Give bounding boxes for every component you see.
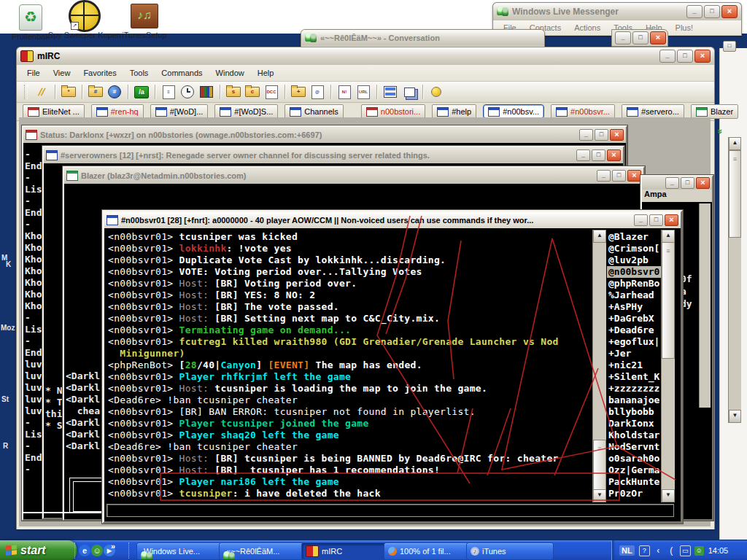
maximize-button[interactable]: □ <box>612 170 626 182</box>
conversation-titlebar[interactable]: «~~Rê0lÊäM~~» - Conversation <box>301 30 544 46</box>
mirc-titlebar[interactable]: mIRC _□× <box>17 47 714 65</box>
channel-titlebar[interactable]: #n00bsvr01 [28] [+fnrt]: a0000000 - 40 p… <box>104 212 681 228</box>
serverowners-titlebar[interactable]: #serverowners [12] [+nrst]: Renegade ser… <box>44 147 623 163</box>
maximize-button[interactable]: □ <box>632 31 649 44</box>
nicklist-item[interactable]: %Jarhead <box>607 289 661 301</box>
url-list-icon[interactable]: URL <box>355 84 371 100</box>
taskbar[interactable]: start e☺► » Windows Live...«~~Rê0lÊäM...… <box>0 540 747 560</box>
switchbar-button-renhq[interactable]: #ren-hq <box>91 104 144 119</box>
switchbar-button-channels[interactable]: Channels <box>285 104 343 119</box>
close-button[interactable]: × <box>607 149 621 161</box>
scroll-down-icon[interactable]: ▼ <box>729 410 741 423</box>
switchbar-button-n00bsv[interactable]: #n00bsv... <box>483 104 544 119</box>
minimize-button[interactable]: _ <box>597 170 611 182</box>
network-icon[interactable]: ▭ <box>680 545 691 556</box>
minimize-button[interactable]: _ <box>579 129 593 141</box>
background-window-titlebar-fragment[interactable]: _□× <box>611 29 668 47</box>
script-editor-icon[interactable]: /a <box>133 84 150 100</box>
task-button-itunes[interactable]: ♪iTunes <box>466 542 554 560</box>
close-button[interactable]: × <box>610 129 624 141</box>
language-indicator[interactable]: NL <box>619 545 635 556</box>
channel-list-icon[interactable]: # <box>107 84 123 100</box>
nicklist-item[interactable]: bllybobb <box>607 406 661 418</box>
task-button-windowslive[interactable]: Windows Live... <box>136 542 224 560</box>
menu-item-plus[interactable]: Plus! <box>670 23 699 33</box>
ampa-titlebar[interactable]: _□× <box>642 176 712 190</box>
menu-item-commands[interactable]: Commands <box>155 68 208 78</box>
scrollbar-thumb[interactable] <box>662 242 675 359</box>
nicklist-item[interactable]: @luv2pb <box>607 254 661 266</box>
scroll-up-icon[interactable]: ▲ <box>593 230 606 243</box>
switchbar-button-servero[interactable]: #servero... <box>622 104 684 119</box>
switchbar-button-wod[interactable]: #[WoD]... <box>150 104 209 119</box>
task-button-100of1fil[interactable]: 100% of 1 fil... <box>384 542 471 560</box>
timer-icon[interactable] <box>179 84 196 100</box>
options-icon[interactable]: * <box>61 84 77 100</box>
scroll-up-icon[interactable]: ▲ <box>662 230 675 243</box>
ie-icon[interactable]: e <box>79 545 90 556</box>
maximize-fragment-icon[interactable]: □ <box>723 41 736 52</box>
scroll-down-icon[interactable]: ▼ <box>593 489 606 502</box>
nicklist-item[interactable]: +zzzzzzzz <box>607 383 661 394</box>
maximize-button[interactable]: □ <box>681 177 694 189</box>
notify-icon[interactable]: N! <box>336 84 352 100</box>
toolbar-grip[interactable] <box>24 85 28 99</box>
menu-item-actions[interactable]: Actions <box>568 23 606 33</box>
maximize-button[interactable]: □ <box>677 50 693 63</box>
switchbar-button-n00bsvr[interactable]: #n00bsvr... <box>551 104 615 119</box>
status-titlebar[interactable]: Status: Darklonx [+wxzr] on n00bstories … <box>23 127 626 143</box>
nicklist-item[interactable]: +nic21 <box>607 359 661 371</box>
switchbar-button-blazer[interactable]: Blazer <box>691 104 738 119</box>
menu-item-help[interactable]: Help <box>252 68 280 78</box>
scrollbar-thumb[interactable] <box>593 440 606 491</box>
send-folder-icon[interactable]: s <box>225 84 241 100</box>
messenger-quick-icon[interactable]: ☺ <box>91 545 103 556</box>
channel-window[interactable]: #n00bsvr01 [28] [+fnrt]: a0000000 - 40 p… <box>102 210 683 524</box>
chat-input[interactable] <box>107 504 674 517</box>
tray-icons[interactable]: ?‹(▭☺ <box>639 545 704 556</box>
system-tray[interactable]: NL ?‹(▭☺ 14:05 <box>611 540 747 560</box>
nicklist-scrollbar[interactable]: ▲ ▼ <box>661 230 675 502</box>
taskbar-divider[interactable] <box>74 542 77 559</box>
maximize-button[interactable]: □ <box>649 214 663 226</box>
close-button[interactable]: × <box>650 31 666 44</box>
chevron-icon[interactable]: ‹ <box>654 546 663 556</box>
maximize-button[interactable]: □ <box>595 129 608 141</box>
cascade-icon[interactable] <box>401 84 417 100</box>
connect-icon[interactable]: // <box>34 84 50 100</box>
switchbar-button-wods[interactable]: #[WoD]S... <box>214 104 278 119</box>
task-button-mirc[interactable]: mIRC <box>301 542 389 560</box>
blazer-titlebar[interactable]: Blazer (blaz3r@Netadmin.n00bstories.com)… <box>64 168 643 184</box>
taskbar-divider[interactable] <box>128 542 131 559</box>
start-button[interactable]: start <box>0 540 77 560</box>
scroll-up-icon[interactable]: ▲ <box>729 137 741 150</box>
nicklist-item[interactable]: bananajoe <box>607 394 661 406</box>
close-button[interactable]: × <box>721 5 738 18</box>
user-add-icon[interactable]: + <box>290 84 306 100</box>
nicklist-item[interactable]: Ozz|Germa <box>607 464 661 476</box>
nicklist-item[interactable]: @n00bsvr0 <box>607 266 661 278</box>
messenger-titlebar[interactable]: Windows Live Messenger _□× <box>493 3 741 20</box>
close-button[interactable]: × <box>696 177 710 189</box>
nicklist-item[interactable]: NodServnt <box>607 441 661 453</box>
mirc-toolbar[interactable]: //*##/a≡scDCC+@N!URL <box>17 82 714 103</box>
nicklist-item[interactable]: o0sarah0o <box>607 453 661 464</box>
nicklist-item[interactable]: DarkIonx <box>607 418 661 429</box>
browser-scrollbar[interactable]: ▲ ▼ <box>728 137 741 423</box>
mirc-menubar[interactable]: FileViewFavoritesToolsCommandsWindowHelp <box>17 65 714 82</box>
nicklist-item[interactable]: Pr0zOr <box>607 488 661 499</box>
bookmarks-icon[interactable] <box>198 84 214 100</box>
menu-item-tools[interactable]: Tools <box>124 68 155 78</box>
minimize-button[interactable]: _ <box>686 5 703 18</box>
channels-folder-icon[interactable]: # <box>88 84 104 100</box>
nicklist-item[interactable]: @Crimson[ <box>607 243 661 254</box>
minimize-button[interactable]: _ <box>576 149 590 161</box>
help-icon[interactable]: ? <box>639 545 650 556</box>
nicklist-item[interactable]: @Blazer <box>607 231 661 243</box>
minimize-button[interactable]: _ <box>615 31 631 44</box>
address-book-icon[interactable]: ≡ <box>160 84 177 100</box>
nicklist-item[interactable]: +Silent_K <box>607 371 661 383</box>
menu-item-window[interactable]: Window <box>210 68 250 78</box>
close-button[interactable]: × <box>665 214 678 226</box>
nicklist-item[interactable]: PackHunte <box>607 476 661 488</box>
